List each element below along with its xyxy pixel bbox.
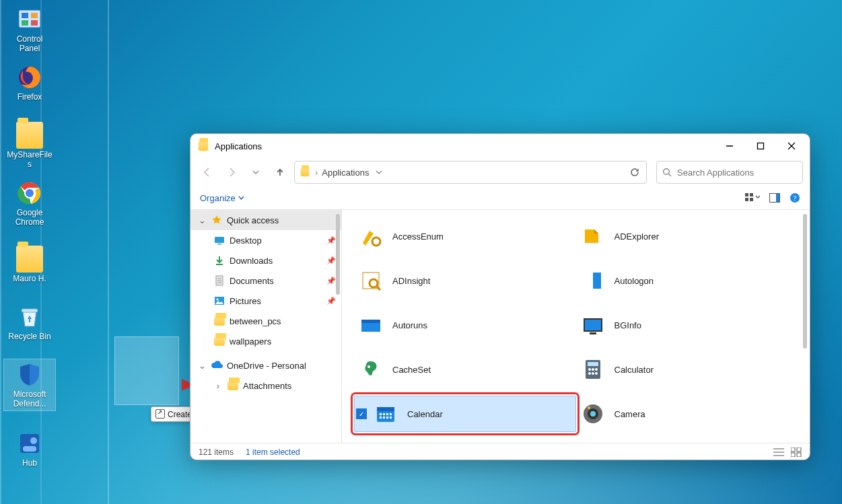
folder-icon bbox=[16, 122, 43, 149]
app-item-accessenum[interactable]: AccessEnum bbox=[354, 218, 576, 254]
folder-icon bbox=[213, 335, 225, 347]
hub-icon bbox=[16, 430, 43, 457]
recent-dropdown[interactable] bbox=[246, 162, 266, 182]
svg-point-54 bbox=[588, 372, 591, 375]
view-options-button[interactable] bbox=[745, 193, 760, 203]
app-item-label: Autoruns bbox=[392, 320, 427, 330]
svg-point-51 bbox=[588, 368, 591, 371]
scrollbar[interactable] bbox=[803, 214, 807, 349]
checkbox-icon[interactable]: ✓ bbox=[356, 408, 367, 419]
status-bar: 121 items 1 item selected bbox=[190, 443, 810, 460]
help-button[interactable]: ? bbox=[790, 192, 800, 203]
organize-label: Organize bbox=[200, 193, 236, 203]
desktop[interactable]: { "desktop_icons": [ {"id":"control-pane… bbox=[0, 0, 842, 504]
shield-icon bbox=[16, 361, 43, 388]
svg-rect-1 bbox=[22, 13, 28, 18]
sidebar-item-downloads[interactable]: Downloads📌 bbox=[190, 250, 341, 271]
desktop-icon-label: Google Chrome bbox=[4, 208, 55, 229]
sidebar-item-documents[interactable]: Documents📌 bbox=[190, 271, 341, 291]
app-item-clock[interactable]: Clock bbox=[576, 440, 798, 443]
app-item-character-map[interactable]: Character Map bbox=[354, 440, 576, 443]
link-icon bbox=[155, 409, 165, 419]
nav-row: › Applications bbox=[190, 158, 810, 186]
search-input[interactable] bbox=[676, 167, 797, 178]
svg-point-37 bbox=[372, 238, 380, 246]
chevron-right-icon: › bbox=[213, 381, 223, 391]
address-bar[interactable]: › Applications bbox=[294, 161, 647, 184]
up-button[interactable] bbox=[270, 162, 290, 182]
app-item-cacheset[interactable]: CacheSet bbox=[354, 351, 576, 388]
file-pane[interactable]: AccessEnumADExplorerADInsightAutologonAu… bbox=[342, 210, 810, 443]
breadcrumb[interactable]: Applications bbox=[322, 168, 369, 178]
sidebar-item-wallpapers[interactable]: wallpapers bbox=[190, 331, 341, 351]
calendar-icon bbox=[374, 402, 398, 426]
pic-icon bbox=[213, 295, 225, 307]
desktop-icon-chrome[interactable]: Google Chrome bbox=[4, 178, 55, 229]
desktop-icon-hub[interactable]: Hub bbox=[4, 428, 55, 470]
accessenum-icon bbox=[359, 224, 383, 248]
download-icon bbox=[213, 254, 225, 266]
svg-rect-29 bbox=[217, 244, 221, 245]
app-item-calendar[interactable]: ✓Calendar bbox=[354, 396, 576, 432]
svg-rect-12 bbox=[23, 446, 36, 452]
svg-rect-79 bbox=[797, 447, 801, 452]
refresh-button[interactable] bbox=[627, 168, 642, 177]
desktop-icon-mysharefiles[interactable]: MyShareFiles bbox=[4, 120, 55, 171]
desktop-icon-recycle-bin[interactable]: Recycle Bin bbox=[4, 301, 55, 343]
svg-rect-61 bbox=[386, 413, 388, 415]
app-item-autologon[interactable]: Autologon bbox=[576, 262, 798, 299]
sidebar-onedrive[interactable]: ⌄ OneDrive - Personal bbox=[190, 355, 341, 375]
sidebar-quick-access[interactable]: ⌄ Quick access bbox=[190, 210, 341, 230]
app-item-label: Autologon bbox=[615, 276, 654, 286]
desktop-icon-label: Mauro H. bbox=[4, 274, 55, 285]
desktop-icon-defender[interactable]: Microsoft Defend... bbox=[4, 359, 55, 410]
search-box[interactable] bbox=[656, 161, 803, 184]
preview-pane-button[interactable] bbox=[769, 193, 780, 203]
titlebar[interactable]: Applications bbox=[190, 134, 810, 158]
desktop-icon-firefox[interactable]: Firefox bbox=[4, 62, 55, 104]
sidebar-item-between_pcs[interactable]: between_pcs bbox=[190, 311, 341, 331]
sidebar-item-desktop[interactable]: Desktop📌 bbox=[190, 230, 341, 250]
details-view-button[interactable] bbox=[773, 447, 784, 457]
maximize-button[interactable] bbox=[745, 135, 776, 157]
svg-point-55 bbox=[592, 372, 594, 375]
explorer-window: Applications › Applications Organize ? bbox=[190, 133, 810, 460]
sidebar-item-label: Documents bbox=[230, 276, 274, 286]
star-icon bbox=[211, 214, 223, 226]
svg-point-69 bbox=[590, 411, 596, 417]
organize-menu[interactable]: Organize bbox=[200, 193, 244, 203]
minimize-button[interactable] bbox=[714, 135, 745, 157]
svg-rect-4 bbox=[31, 20, 38, 26]
app-item-bginfo[interactable]: BGInfo bbox=[576, 307, 798, 343]
forward-button[interactable] bbox=[221, 162, 242, 182]
app-item-adexplorer[interactable]: ADExplorer bbox=[576, 218, 798, 254]
recycle-bin-icon bbox=[16, 303, 43, 330]
sidebar-item-label: Pictures bbox=[230, 296, 261, 306]
icons-view-button[interactable] bbox=[791, 447, 802, 457]
app-item-label: AccessEnum bbox=[392, 231, 444, 242]
autoruns-icon bbox=[359, 313, 383, 337]
scrollbar[interactable] bbox=[336, 214, 340, 295]
desktop-icon-control-panel[interactable]: Control Panel bbox=[4, 4, 55, 55]
sidebar-item-label: Desktop bbox=[230, 236, 262, 246]
desktop-icon-label: Recycle Bin bbox=[4, 332, 55, 343]
svg-rect-25 bbox=[776, 194, 780, 203]
app-item-calculator[interactable]: Calculator bbox=[576, 351, 798, 388]
autologon-icon bbox=[581, 268, 605, 293]
close-button[interactable] bbox=[776, 135, 807, 157]
desktop-icon-label: Control Panel bbox=[4, 34, 55, 55]
desktop-icon-user-folder[interactable]: Mauro H. bbox=[4, 244, 55, 285]
svg-rect-65 bbox=[386, 417, 388, 419]
svg-rect-23 bbox=[750, 198, 753, 201]
sidebar[interactable]: ⌄ Quick access Desktop📌Downloads📌Documen… bbox=[190, 210, 342, 443]
back-button[interactable] bbox=[197, 162, 217, 182]
svg-rect-15 bbox=[758, 143, 764, 149]
app-item-camera[interactable]: Camera bbox=[576, 396, 798, 432]
app-item-autoruns[interactable]: Autoruns bbox=[354, 307, 576, 343]
app-item-adinsight[interactable]: ADInsight bbox=[354, 262, 576, 299]
sidebar-onedrive-child[interactable]: › Attachments bbox=[190, 375, 341, 396]
window-title: Applications bbox=[215, 141, 262, 151]
svg-rect-9 bbox=[22, 309, 38, 312]
sidebar-item-pictures[interactable]: Pictures📌 bbox=[190, 291, 341, 311]
address-dropdown[interactable] bbox=[373, 169, 385, 176]
